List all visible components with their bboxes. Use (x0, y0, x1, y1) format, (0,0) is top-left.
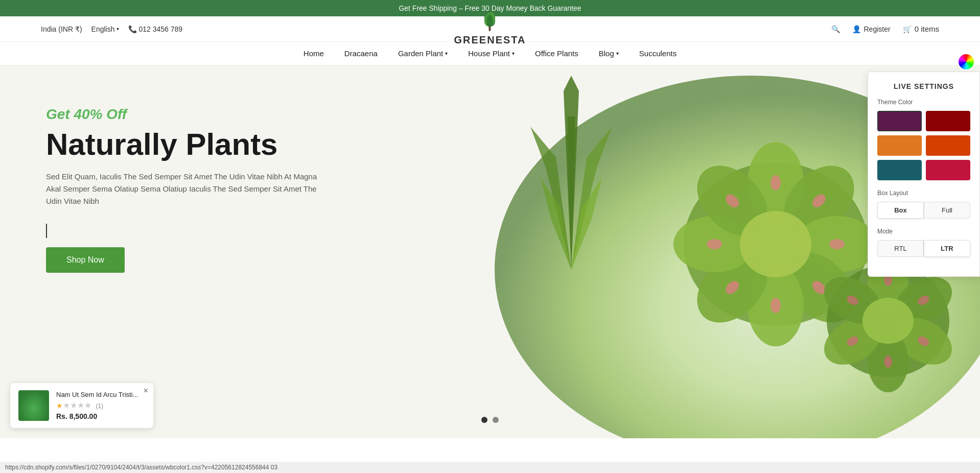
logo-area[interactable]: GREENESTA (454, 12, 526, 46)
star-empty-5: ★ (84, 401, 91, 410)
live-settings-title: LIVE SETTINGS (877, 82, 970, 90)
mode-label: Mode (877, 228, 970, 235)
nav-item-garden-plant[interactable]: Garden Plant ▾ (398, 49, 448, 58)
house-plant-chevron-icon: ▾ (512, 51, 515, 56)
lang-chevron-icon: ▾ (116, 26, 119, 32)
product-popup-image (18, 390, 49, 421)
text-cursor (46, 224, 47, 238)
color-wheel-icon[interactable] (959, 54, 974, 69)
color-swatch-orange[interactable] (877, 135, 922, 156)
svg-rect-3 (489, 26, 491, 31)
hero-content: Get 40% Off Naturally Plants Sed Elit Qu… (46, 106, 332, 273)
phone-icon: 📞 (128, 25, 137, 33)
color-swatch-orangered[interactable] (926, 135, 970, 156)
box-layout-options: Box Full (877, 202, 970, 219)
star-empty-3: ★ (70, 401, 77, 410)
nav-item-blog[interactable]: Blog ▾ (599, 49, 619, 58)
layout-box-button[interactable]: Box (877, 202, 924, 219)
slide-dots (481, 417, 499, 423)
garden-plant-chevron-icon: ▾ (445, 51, 448, 56)
currency-selector[interactable]: India (INR ₹) (41, 25, 82, 33)
hero-title: Naturally Plants (46, 128, 332, 161)
banner-text: Get Free Shipping – Free 30 Day Money Ba… (399, 4, 581, 12)
cart-count: 0 items (915, 25, 939, 33)
product-popup-info: Nam Ut Sem Id Arcu Tristi... ★★★★★ (1) R… (56, 391, 145, 420)
nav-item-office-plants[interactable]: Office Plants (535, 49, 578, 58)
review-count: (1) (96, 403, 103, 410)
product-popup-price: Rs. 8,500.00 (56, 412, 145, 420)
star-empty-4: ★ (77, 401, 84, 410)
star-filled-1: ★ (56, 401, 63, 410)
phone-area: 📞 012 3456 789 (128, 25, 183, 33)
product-popup: Nam Ut Sem Id Arcu Tristi... ★★★★★ (1) R… (10, 383, 153, 428)
mode-ltr-button[interactable]: LTR (924, 240, 970, 257)
cart-area[interactable]: 🛒 0 items (903, 25, 939, 33)
cart-icon: 🛒 (903, 25, 912, 33)
svg-point-2 (487, 15, 493, 27)
slide-dot-2[interactable] (493, 417, 499, 423)
mode-rtl-button[interactable]: RTL (877, 240, 924, 257)
hero-section: Get 40% Off Naturally Plants Sed Elit Qu… (0, 65, 980, 438)
status-url: https://cdn.shopify.com/s/files/1/0270/9… (5, 464, 277, 471)
logo-text[interactable]: GREENESTA (454, 34, 526, 46)
status-bar: https://cdn.shopify.com/s/files/1/0270/9… (0, 462, 980, 473)
user-icon: 👤 (852, 25, 861, 33)
header-right: 🔍 👤 Register 🛒 0 items (831, 25, 940, 33)
slide-dot-1[interactable] (481, 417, 487, 423)
box-layout-label: Box Layout (877, 190, 970, 197)
svg-point-25 (771, 298, 781, 313)
popup-close-button[interactable]: × (144, 386, 148, 395)
header: India (INR ₹) English ▾ 📞 012 3456 789 G… (0, 16, 980, 42)
live-settings-panel: LIVE SETTINGS Theme Color Box Layout Box… (868, 72, 980, 277)
svg-point-20 (740, 211, 811, 277)
header-left: India (INR ₹) English ▾ 📞 012 3456 789 (41, 25, 182, 33)
search-button[interactable]: 🔍 (831, 25, 840, 33)
search-icon: 🔍 (831, 25, 840, 33)
svg-point-40 (884, 356, 892, 368)
nav-item-dracaena[interactable]: Dracaena (344, 49, 378, 58)
hero-discount: Get 40% Off (46, 106, 332, 123)
lang-selector[interactable]: English ▾ (91, 25, 119, 33)
product-rating: ★★★★★ (1) (56, 400, 145, 410)
svg-point-36 (862, 298, 914, 344)
product-popup-name: Nam Ut Sem Id Arcu Tristi... (56, 391, 145, 398)
svg-point-27 (707, 239, 722, 249)
theme-color-label: Theme Color (877, 99, 970, 106)
nav-item-house-plant[interactable]: House Plant ▾ (468, 49, 515, 58)
theme-color-grid (877, 111, 970, 180)
color-swatch-teal[interactable] (877, 160, 922, 180)
svg-point-21 (771, 175, 781, 191)
shop-now-button[interactable]: Shop Now (46, 247, 125, 273)
register-button[interactable]: 👤 Register (852, 25, 891, 33)
color-swatch-crimson[interactable] (926, 160, 970, 180)
star-empty-2: ★ (63, 401, 70, 410)
mode-options: RTL LTR (877, 240, 970, 257)
hero-description: Sed Elit Quam, Iaculis The Sed Semper Si… (46, 171, 332, 207)
nav-item-home[interactable]: Home (304, 49, 324, 58)
logo-icon (477, 12, 503, 34)
nav-item-succulents[interactable]: Succulents (639, 49, 676, 58)
layout-full-button[interactable]: Full (924, 202, 970, 219)
phone-number: 012 3456 789 (139, 25, 183, 33)
color-swatch-darkred[interactable] (926, 111, 970, 131)
svg-point-23 (829, 239, 845, 249)
blog-chevron-icon: ▾ (616, 51, 619, 56)
color-swatch-purple[interactable] (877, 111, 922, 131)
